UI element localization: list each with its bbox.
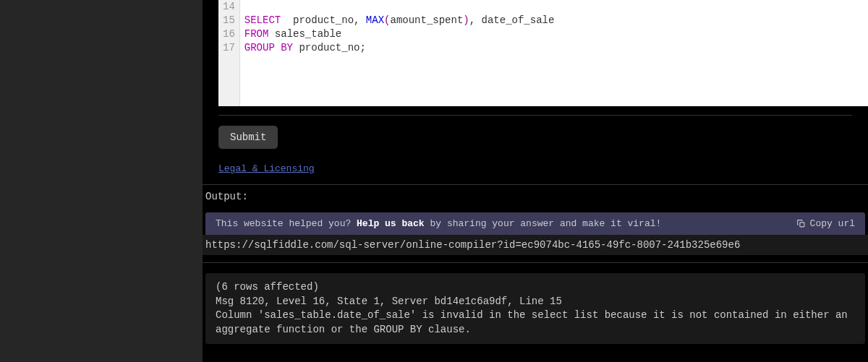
code-line[interactable]: FROM sales_table xyxy=(244,27,864,41)
help-text-before: This website helped you? xyxy=(216,218,357,229)
line-number-gutter: 14151617 xyxy=(218,0,240,106)
divider xyxy=(203,262,868,263)
error-line: (6 rows affected) xyxy=(216,280,855,295)
sql-editor[interactable]: 14151617 SELECT product_no, MAX(amount_s… xyxy=(218,0,868,106)
error-line: Column 'sales_table.date_of_sale' is inv… xyxy=(216,309,855,337)
button-row: Submit xyxy=(203,116,868,149)
line-number: 15 xyxy=(223,14,235,27)
clipboard-icon xyxy=(796,219,806,228)
output-label: Output: xyxy=(203,185,868,208)
legal-licensing-link[interactable]: Legal & Licensing xyxy=(218,163,852,174)
copy-url-label: Copy url xyxy=(810,218,855,229)
code-line[interactable] xyxy=(244,0,864,14)
sidebar xyxy=(0,0,203,362)
help-bar-text: This website helped you? Help us back by… xyxy=(216,218,796,229)
error-line: Msg 8120, Level 16, State 1, Server bd14… xyxy=(216,295,855,309)
main-content: 14151617 SELECT product_no, MAX(amount_s… xyxy=(203,0,868,362)
submit-button[interactable]: Submit xyxy=(218,126,278,149)
line-number: 17 xyxy=(223,41,235,55)
copy-url-button[interactable]: Copy url xyxy=(796,218,855,229)
code-area[interactable]: SELECT product_no, MAX(amount_spent), da… xyxy=(240,0,868,106)
line-number: 14 xyxy=(223,0,235,14)
error-output: (6 rows affected)Msg 8120, Level 16, Sta… xyxy=(205,273,865,344)
code-line[interactable]: GROUP BY product_no; xyxy=(244,41,864,55)
result-url[interactable]: https://sqlfiddle.com/sql-server/online-… xyxy=(203,235,868,255)
help-text-after: by sharing your answer and make it viral… xyxy=(425,218,662,229)
help-bar: This website helped you? Help us back by… xyxy=(205,212,865,235)
line-number: 16 xyxy=(223,27,235,41)
help-text-strong: Help us back xyxy=(357,218,425,229)
svg-rect-0 xyxy=(799,223,804,227)
code-line[interactable]: SELECT product_no, MAX(amount_spent), da… xyxy=(244,14,864,27)
